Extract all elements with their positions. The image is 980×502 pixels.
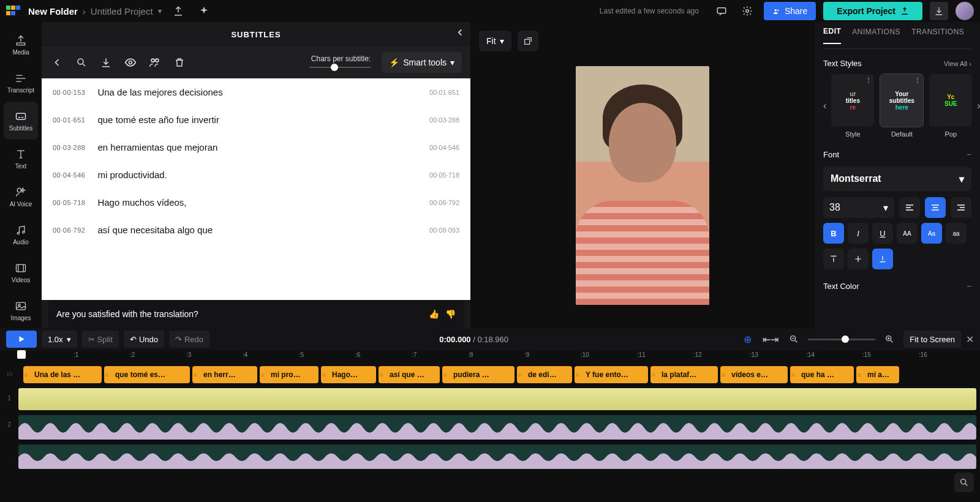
video-track[interactable] [18,388,976,410]
text-style-card[interactable]: YcSUE [929,74,972,127]
tab-transitions[interactable]: TRANSITIONS [911,28,964,43]
align-right-button[interactable] [951,197,971,218]
align-center-button[interactable] [925,197,946,218]
thumbs-up-icon[interactable]: 👍 [429,309,439,319]
tab-animations[interactable]: ANIMATIONS [852,28,900,43]
popout-icon[interactable] [518,31,538,51]
view-all-link[interactable]: View All › [944,60,971,67]
preview-icon[interactable] [124,56,137,69]
zoom-in-icon[interactable] [880,330,899,348]
speed-select[interactable]: 1.0x▾ [42,331,77,348]
subtitle-row[interactable]: 00·05·718Hago muchos vídeos,00·06·792 [42,189,470,216]
font-family-select[interactable]: Montserrat▾ [823,167,971,191]
collapse-panel-icon[interactable] [454,27,466,38]
subtitle-row[interactable]: 00·00·153Una de las mejores decisiones00… [42,78,470,106]
zoom-slider[interactable] [808,339,875,340]
valign-middle-button[interactable] [848,249,869,269]
bold-button[interactable]: B [823,223,844,244]
subtitle-row[interactable]: 00·03·288en herramientas que mejoran00·0… [42,133,470,161]
timeline-search-icon[interactable] [954,473,974,492]
timeline-clip[interactable]: Una de las … [23,366,102,383]
subtitle-row[interactable]: 00·01·651que tomé este año fue invertir0… [42,106,470,133]
split-button[interactable]: ✂ Split [82,331,119,348]
italic-button[interactable]: I [848,223,869,244]
rail-audio[interactable]: Audio [0,215,42,253]
timeline-clip[interactable]: que tomé es… [104,366,190,383]
sparkle-icon[interactable] [195,2,213,20]
uppercase-button[interactable]: AA [897,223,918,244]
font-size-select[interactable]: 38▾ [823,197,894,218]
smart-tools-button[interactable]: ⚡Smart tools▾ [382,52,462,73]
style-prev-icon[interactable]: ‹ [823,100,826,111]
fit-dropdown[interactable]: Fit▾ [479,31,511,51]
chars-slider[interactable] [309,64,371,70]
timeline-clip[interactable]: de edi… [517,366,572,383]
rail-ai-voice[interactable]: AI Voice [0,178,42,215]
timeline-clip[interactable]: que ha … [790,366,854,383]
rail-transcript[interactable]: Transcript [0,64,42,102]
text-style-card[interactable]: ⋮urtitlesre [831,74,874,127]
fit-to-screen-button[interactable]: Fit to Screen [903,331,961,348]
close-timeline-icon[interactable]: ✕ [966,334,974,345]
zoom-out-icon[interactable] [785,330,803,348]
subtitle-text[interactable]: que tomé este año fue invertir [97,114,417,125]
audio-track-1[interactable] [18,415,976,440]
collapse-section-icon[interactable]: − [967,282,971,291]
delete-icon[interactable] [173,56,186,69]
search-icon[interactable] [75,56,88,69]
undo-button[interactable]: ↶ Undo [124,331,164,348]
breadcrumb-project[interactable]: Untitled Project [91,6,153,17]
upload-icon[interactable] [169,2,187,20]
audio-track-2[interactable] [18,444,976,469]
export-button[interactable]: Export Project [823,2,922,20]
timeline-clip[interactable]: mi pro… [260,366,318,383]
lowercase-button[interactable]: aa [946,223,967,244]
subtitle-row[interactable]: 00·06·792así que necesitaba algo que00·0… [42,216,470,244]
subtitle-text[interactable]: Una de las mejores decisiones [97,87,417,97]
breadcrumb-folder[interactable]: New Folder [28,6,78,17]
thumbs-down-icon[interactable]: 👎 [445,309,456,319]
back-icon[interactable] [50,56,64,69]
collaborators-icon[interactable] [148,56,162,69]
underline-button[interactable]: U [872,223,893,244]
subtitle-text[interactable]: Hago muchos vídeos, [97,197,417,208]
rail-media[interactable]: Media [0,26,42,64]
titlecase-button[interactable]: Aa [921,223,942,244]
rail-text[interactable]: Text [0,140,42,178]
timeline-clip[interactable]: la plataf… [650,366,718,383]
rail-videos[interactable]: Videos [0,253,42,291]
share-button[interactable]: Share [764,2,816,20]
timeline-clip[interactable]: Hago… [321,366,376,383]
style-next-icon[interactable]: › [977,100,980,111]
rail-subtitles[interactable]: Subtitles [4,102,38,140]
logo[interactable] [6,6,21,17]
avatar[interactable] [956,2,974,20]
comment-icon[interactable] [712,2,731,20]
rail-images[interactable]: Images [0,291,42,329]
play-button[interactable] [6,331,37,348]
tab-edit[interactable]: EDIT [823,27,841,44]
subtitle-track-icon[interactable]: ▭ [0,361,18,386]
timeline-clip[interactable]: así que … [379,366,440,383]
timeline-clip[interactable]: pudiera … [442,366,514,383]
text-style-card-default[interactable]: ⋮Yoursubtitleshere [880,74,923,127]
subtitles-list[interactable]: 00·00·153Una de las mejores decisiones00… [42,78,470,300]
download-icon[interactable] [930,2,948,20]
subtitle-text[interactable]: mi productividad. [97,170,417,180]
download-subtitles-icon[interactable] [99,56,113,69]
align-left-button[interactable] [899,197,920,218]
subtitle-text[interactable]: así que necesitaba algo que [97,225,417,235]
timeline-clip[interactable]: vídeos e… [720,366,788,383]
valign-top-button[interactable] [823,249,844,269]
chevron-down-icon[interactable]: ▾ [158,7,162,15]
magnet-icon[interactable]: ⊕ [738,330,756,348]
video-preview[interactable] [576,66,709,305]
valign-bottom-button[interactable] [872,249,893,269]
timeline-clip[interactable]: Y fue ento… [575,366,648,383]
collapse-section-icon[interactable]: − [967,150,971,159]
playhead[interactable] [17,350,26,359]
redo-button[interactable]: ↷ Redo [169,331,209,348]
timeline-ruler[interactable]: :1:2:3:4:5:6:7:8:9:10:11:12:13:14:15:16 [18,350,980,361]
subtitle-text[interactable]: en herramientas que mejoran [97,142,417,152]
trim-icon[interactable]: ⇤⇥ [761,330,780,348]
